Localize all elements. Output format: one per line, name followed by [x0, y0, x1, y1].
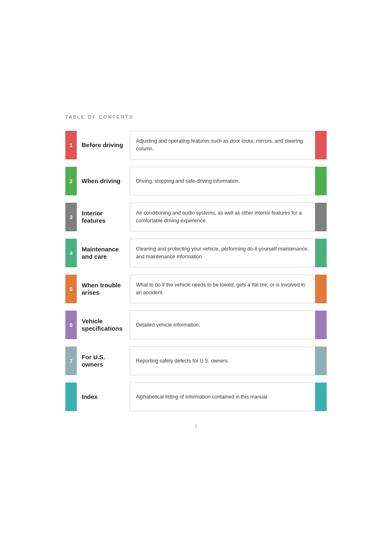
toc-label[interactable]: When driving [77, 167, 130, 195]
toc-label[interactable]: Maintenance and care [77, 239, 130, 267]
toc-label[interactable]: Vehicle specifications [77, 311, 130, 339]
toc-item: 4Maintenance and careCleaning and protec… [65, 239, 327, 267]
toc-number-block [65, 383, 77, 411]
toc-description-wrapper: Driving, stopping and safe-driving infor… [130, 167, 315, 195]
toc-section: TABLE OF CONTENTS 1Before drivingAdjusti… [65, 114, 327, 429]
toc-description-wrapper: Adjusting and operating features such as… [130, 131, 315, 159]
toc-item: IndexAlphabetical listing of information… [65, 383, 327, 411]
toc-description: Air conditioning and audio systems, as w… [136, 209, 309, 225]
toc-number-block: 5 [65, 275, 77, 303]
toc-description: Driving, stopping and safe-driving infor… [136, 177, 240, 185]
toc-description: Detailed vehicle information. [136, 321, 200, 329]
toc-number-block: 7 [65, 347, 77, 375]
toc-description: Cleaning and protecting your vehicle, pe… [136, 245, 309, 261]
toc-description-wrapper: Alphabetical listing of information cont… [130, 383, 315, 411]
toc-color-block [315, 275, 327, 303]
toc-description-wrapper: Cleaning and protecting your vehicle, pe… [130, 239, 315, 267]
toc-color-block [315, 239, 327, 267]
toc-title: TABLE OF CONTENTS [65, 114, 327, 119]
toc-item: 1Before drivingAdjusting and operating f… [65, 131, 327, 159]
toc-color-block [315, 203, 327, 231]
toc-description: Reporting safety defects for U.S. owners… [136, 357, 229, 365]
toc-color-block [315, 383, 327, 411]
toc-description-wrapper: Detailed vehicle information. [130, 311, 315, 339]
toc-number-block: 3 [65, 203, 77, 231]
toc-description: What to do if the vehicle needs to be to… [136, 281, 309, 297]
toc-color-block [315, 311, 327, 339]
toc-description-wrapper: Air conditioning and audio systems, as w… [130, 203, 315, 231]
toc-description: Adjusting and operating features such as… [136, 137, 309, 153]
toc-label[interactable]: Index [77, 383, 130, 411]
toc-number-block: 4 [65, 239, 77, 267]
toc-description-wrapper: Reporting safety defects for U.S. owners… [130, 347, 315, 375]
toc-label[interactable]: For U.S. owners [77, 347, 130, 375]
toc-label[interactable]: Before driving [77, 131, 130, 159]
toc-item: 3Interior featuresAir conditioning and a… [65, 203, 327, 231]
page-number: i [65, 423, 327, 429]
toc-number-block: 6 [65, 311, 77, 339]
toc-item: 6Vehicle specificationsDetailed vehicle … [65, 311, 327, 339]
page-container: TABLE OF CONTENTS 1Before drivingAdjusti… [0, 0, 392, 555]
toc-color-block [315, 347, 327, 375]
toc-color-block [315, 167, 327, 195]
toc-item: 5When trouble arisesWhat to do if the ve… [65, 275, 327, 303]
toc-item: 7For U.S. ownersReporting safety defects… [65, 347, 327, 375]
toc-list: 1Before drivingAdjusting and operating f… [65, 131, 327, 411]
toc-label[interactable]: Interior features [77, 203, 130, 231]
toc-color-block [315, 131, 327, 159]
toc-item: 2When drivingDriving, stopping and safe-… [65, 167, 327, 195]
toc-label[interactable]: When trouble arises [77, 275, 130, 303]
toc-number-block: 1 [65, 131, 77, 159]
toc-number-block: 2 [65, 167, 77, 195]
toc-description-wrapper: What to do if the vehicle needs to be to… [130, 275, 315, 303]
toc-description: Alphabetical listing of information cont… [136, 393, 269, 401]
